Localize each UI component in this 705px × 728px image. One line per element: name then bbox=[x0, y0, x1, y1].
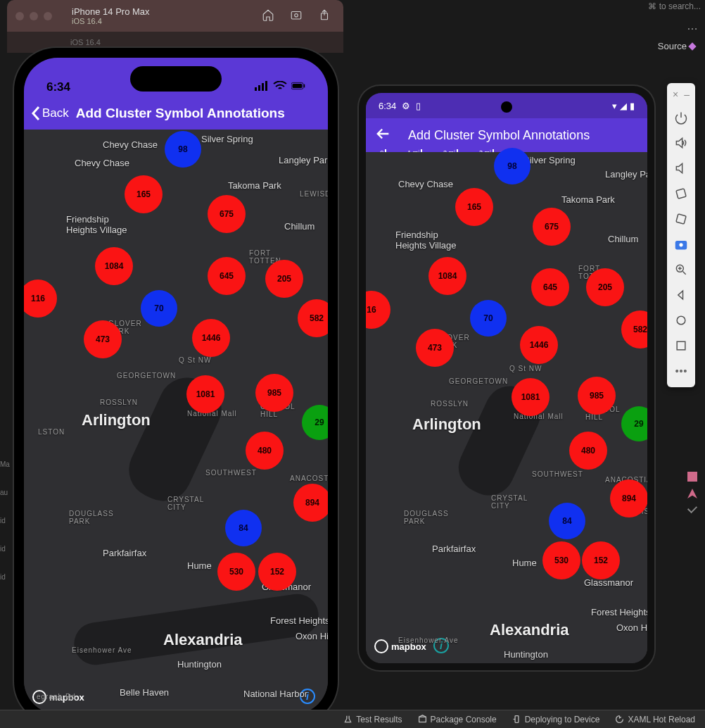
cluster-marker[interactable]: 1446 bbox=[520, 326, 558, 364]
page-title: Add Cluster Symbol Annotations bbox=[76, 106, 285, 121]
emu-minimize-icon[interactable]: – bbox=[684, 89, 690, 100]
cluster-marker[interactable]: 645 bbox=[208, 257, 246, 295]
traffic-minimize[interactable] bbox=[30, 12, 38, 20]
map-label: Oxon Hill bbox=[296, 631, 328, 641]
android-map[interactable]: mapbox i Silver SpringLangley ParkChevy … bbox=[366, 152, 647, 663]
xaml-hot-reload-button[interactable]: XAML Hot Reload bbox=[615, 715, 695, 724]
cluster-marker[interactable]: 205 bbox=[586, 268, 624, 306]
dynamic-island bbox=[130, 66, 222, 92]
emu-close-icon[interactable]: × bbox=[673, 89, 678, 100]
cluster-marker[interactable]: 84 bbox=[549, 503, 585, 539]
battery-icon: ▮ bbox=[630, 101, 635, 111]
zoom-in-icon[interactable] bbox=[669, 258, 693, 282]
cluster-marker[interactable]: 84 bbox=[225, 510, 262, 546]
cluster-marker[interactable]: 152 bbox=[258, 553, 296, 591]
cluster-marker[interactable]: 530 bbox=[542, 541, 580, 579]
rotate-left-icon[interactable] bbox=[669, 182, 693, 206]
cluster-marker[interactable]: 1081 bbox=[512, 378, 550, 416]
cluster-marker[interactable]: 480 bbox=[569, 432, 607, 470]
back-button[interactable]: Back bbox=[31, 106, 69, 121]
cluster-marker[interactable]: 70 bbox=[141, 290, 177, 327]
cluster-marker[interactable]: 480 bbox=[246, 432, 284, 470]
map-label: Forest Heights bbox=[591, 607, 647, 617]
map-label: Huntington bbox=[177, 659, 222, 670]
power-icon[interactable] bbox=[669, 106, 693, 130]
android-screen[interactable]: 6:34 ⚙ ▯ ▾ ◢ ▮ Add Cluster Symbol Annota… bbox=[366, 93, 647, 663]
volume-up-icon[interactable] bbox=[669, 131, 693, 155]
iphone-frame: 6:34 Back Add Cluster Symbol Annotations… bbox=[14, 48, 338, 724]
cluster-marker[interactable]: 116 bbox=[24, 280, 57, 318]
rotate-right-icon[interactable] bbox=[669, 207, 693, 231]
test-results-button[interactable]: Test Results bbox=[343, 715, 402, 724]
cluster-marker[interactable]: 98 bbox=[494, 148, 531, 184]
traffic-close[interactable] bbox=[15, 12, 24, 20]
cluster-marker[interactable]: 582 bbox=[621, 310, 647, 349]
cluster-marker[interactable]: 205 bbox=[265, 260, 303, 298]
nav-overview-icon[interactable] bbox=[669, 334, 693, 358]
cluster-marker[interactable]: 1084 bbox=[95, 247, 133, 285]
back-arrow-icon[interactable] bbox=[376, 126, 391, 144]
marker-pink[interactable] bbox=[687, 472, 697, 482]
cluster-marker[interactable]: 985 bbox=[578, 377, 616, 415]
cluster-marker[interactable]: 985 bbox=[255, 374, 293, 412]
cluster-marker[interactable]: 1084 bbox=[428, 257, 466, 295]
package-console-button[interactable]: Package Console bbox=[418, 715, 497, 724]
cluster-marker[interactable]: 894 bbox=[610, 479, 647, 517]
map-label: Parkfairfax bbox=[103, 548, 146, 558]
cluster-marker[interactable]: 165 bbox=[455, 188, 493, 226]
svg-rect-5 bbox=[262, 83, 264, 91]
map-label: Silver Spring bbox=[201, 134, 253, 144]
deploying-button[interactable]: Deploying to Device bbox=[512, 715, 600, 724]
nav-home-icon[interactable] bbox=[669, 308, 693, 332]
ide-menu-dots[interactable]: … bbox=[687, 20, 699, 32]
camera-icon[interactable] bbox=[669, 232, 693, 256]
cluster-marker[interactable]: 29 bbox=[621, 406, 647, 441]
cluster-marker[interactable]: 1081 bbox=[186, 375, 224, 413]
iphone-screen[interactable]: 6:34 Back Add Cluster Symbol Annotations… bbox=[24, 58, 328, 714]
svg-point-13 bbox=[679, 243, 684, 248]
cluster-marker[interactable]: 98 bbox=[165, 131, 201, 168]
ios-map[interactable]: mapbox i Chevy ChaseSilver SpringLangley… bbox=[24, 130, 328, 714]
cluster-marker[interactable]: 16 bbox=[366, 291, 390, 329]
cluster-marker[interactable]: 1446 bbox=[192, 319, 230, 357]
volume-down-icon[interactable] bbox=[669, 156, 693, 180]
signal-icon bbox=[255, 80, 269, 94]
cluster-marker[interactable]: 582 bbox=[298, 299, 328, 337]
map-label: Chillum bbox=[284, 221, 315, 232]
svg-rect-9 bbox=[304, 84, 305, 88]
cluster-marker[interactable]: 165 bbox=[125, 175, 163, 213]
wifi-icon bbox=[273, 80, 287, 94]
map-label: Silver Spring bbox=[523, 155, 576, 165]
share-icon[interactable] bbox=[318, 8, 331, 24]
ide-search-hint[interactable]: ⌘ to search... bbox=[648, 1, 701, 11]
ide-source-dropdown[interactable]: Source bbox=[658, 41, 695, 51]
map-label: CRYSTALCITY bbox=[167, 496, 204, 511]
cluster-marker[interactable]: 894 bbox=[293, 484, 328, 522]
cluster-marker[interactable]: 530 bbox=[217, 553, 255, 591]
map-label: Hume bbox=[512, 558, 537, 568]
svg-rect-11 bbox=[676, 214, 686, 224]
cluster-marker[interactable]: 70 bbox=[470, 300, 507, 337]
cluster-marker[interactable]: 473 bbox=[416, 329, 454, 367]
android-time: 6:34 bbox=[379, 101, 396, 111]
map-label: GEORGETOWN bbox=[117, 372, 176, 379]
simulator-window-bar[interactable]: iPhone 14 Pro Max iOS 16.4 bbox=[7, 0, 343, 32]
cluster-marker[interactable]: 675 bbox=[533, 208, 571, 246]
traffic-zoom[interactable] bbox=[44, 12, 52, 20]
cluster-marker[interactable]: 29 bbox=[302, 405, 328, 440]
home-icon[interactable] bbox=[262, 8, 274, 24]
pin-icon[interactable] bbox=[687, 503, 697, 513]
cluster-marker[interactable]: 675 bbox=[208, 195, 246, 233]
screenshot-icon[interactable] bbox=[290, 8, 303, 24]
svg-rect-0 bbox=[291, 11, 301, 19]
cluster-marker[interactable]: 152 bbox=[582, 541, 620, 579]
nav-back-icon[interactable] bbox=[669, 283, 693, 307]
svg-rect-6 bbox=[265, 81, 267, 91]
map-label: Q St NW bbox=[179, 356, 211, 364]
android-navbar: Add Cluster Symbol Annotations bbox=[366, 118, 647, 152]
cluster-marker[interactable]: 473 bbox=[84, 320, 122, 358]
eraser-icon[interactable] bbox=[687, 489, 697, 498]
map-label: Langley Park bbox=[605, 169, 647, 180]
more-icon[interactable] bbox=[669, 359, 693, 383]
cluster-marker[interactable]: 645 bbox=[531, 268, 569, 306]
